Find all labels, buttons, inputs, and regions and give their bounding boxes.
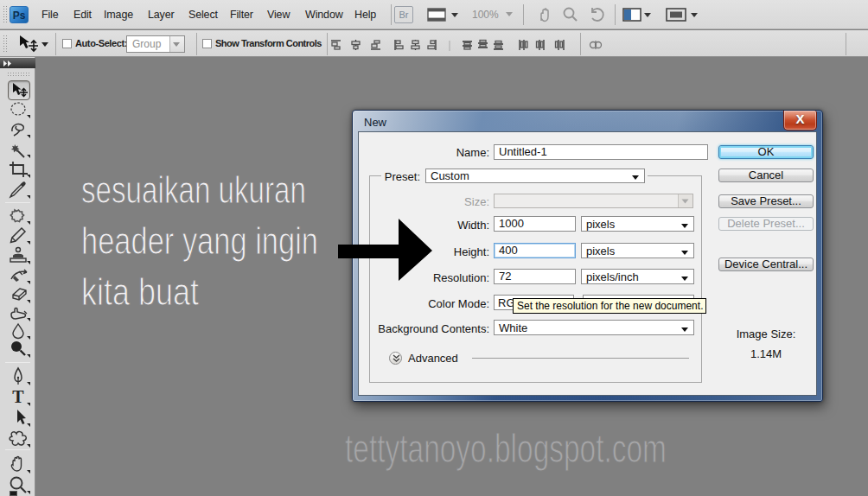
svg-text:tettytanoyo.blogspot.com: tettytanoyo.blogspot.com: [345, 426, 667, 471]
svg-text:kita buat: kita buat: [81, 270, 199, 313]
svg-text:sesuaikan ukuran: sesuaikan ukuran: [81, 169, 306, 211]
svg-text:header yang ingin: header yang ingin: [81, 219, 318, 262]
